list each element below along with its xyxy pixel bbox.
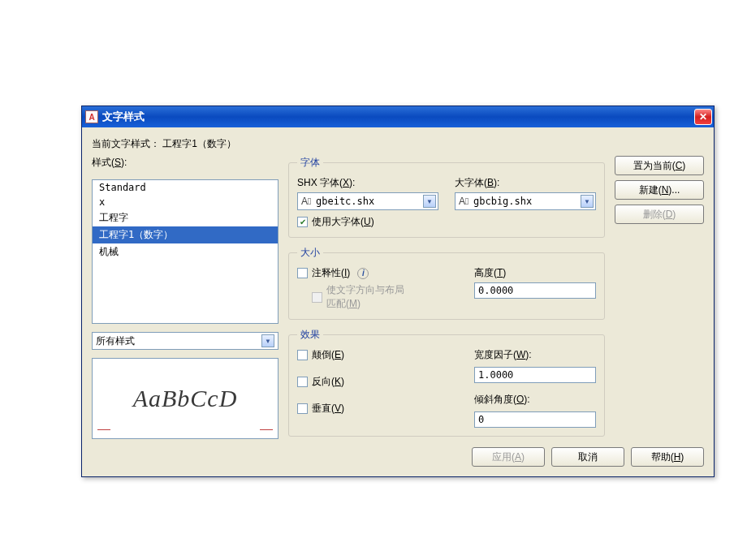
list-item[interactable]: x — [93, 195, 278, 209]
text-style-dialog: A 文字样式 ✕ 当前文字样式： 工程字1（数字） 样式(S): Standar… — [81, 106, 715, 477]
list-item[interactable]: 机械 — [93, 243, 278, 261]
cancel-button[interactable]: 取消 — [551, 447, 624, 467]
help-button[interactable]: 帮助(H) — [631, 447, 704, 467]
font-legend: 字体 — [297, 156, 323, 170]
dialog-footer: 应用(A) 取消 帮助(H) — [92, 447, 704, 467]
height-label: 高度(T) — [474, 266, 596, 280]
shx-font-value: gbeitc.shx — [316, 196, 420, 207]
size-group: 大小 注释性(I) i 使文字方向与布局匹配(M) — [288, 246, 605, 320]
style-filter-select[interactable]: 所有样式 ▼ — [92, 332, 279, 350]
orient-label: 使文字方向与布局匹配(M) — [326, 283, 404, 311]
backwards-label: 反向(K) — [312, 375, 344, 389]
new-button[interactable]: 新建(N)... — [615, 180, 704, 200]
vertical-checkbox[interactable] — [297, 403, 308, 414]
style-filter-value: 所有样式 — [96, 334, 135, 348]
font-icon: Aͫ — [301, 196, 313, 207]
upside-down-checkbox[interactable] — [297, 350, 308, 360]
font-group: 字体 SHX 字体(X): Aͫ gbeitc.shx ▼ 大字体(B): — [288, 156, 605, 238]
use-big-font-label: 使用大字体(U) — [312, 215, 374, 229]
delete-button: 删除(D) — [615, 205, 704, 224]
list-item[interactable]: Standard — [93, 180, 278, 195]
effects-group: 效果 颠倒(E) 反向(K) — [288, 328, 605, 437]
backwards-checkbox[interactable] — [297, 377, 308, 387]
preview-panel: AaBbCcD — [92, 358, 279, 439]
vertical-label: 垂直(V) — [312, 402, 344, 416]
list-item[interactable]: 工程字1（数字） — [93, 226, 278, 243]
effects-legend: 效果 — [297, 328, 323, 342]
set-current-button[interactable]: 置为当前(C) — [615, 156, 704, 175]
big-font-label: 大字体(B): — [455, 176, 596, 190]
annotative-checkbox[interactable] — [297, 268, 308, 278]
list-item[interactable]: 工程字 — [93, 209, 278, 226]
chevron-down-icon: ▼ — [261, 334, 274, 347]
app-icon: A — [85, 110, 98, 123]
close-button[interactable]: ✕ — [694, 109, 712, 125]
dialog-body: 当前文字样式： 工程字1（数字） 样式(S): Standardx工程字工程字1… — [82, 127, 714, 476]
width-factor-label: 宽度因子(W): — [474, 348, 596, 362]
upside-down-label: 颠倒(E) — [312, 348, 344, 362]
orient-checkbox — [312, 292, 322, 303]
big-font-value: gbcbig.shx — [473, 196, 577, 207]
oblique-angle-input[interactable]: 0 — [474, 411, 596, 428]
current-style-value: 工程字1（数字） — [162, 138, 236, 149]
shx-font-combo[interactable]: Aͫ gbeitc.shx ▼ — [297, 192, 438, 210]
chevron-down-icon: ▼ — [581, 195, 594, 208]
shx-font-label: SHX 字体(X): — [297, 176, 438, 190]
current-style-line: 当前文字样式： 工程字1（数字） — [92, 137, 704, 151]
oblique-angle-label: 倾斜角度(O): — [474, 393, 596, 407]
chevron-down-icon: ▼ — [423, 195, 436, 208]
current-style-label: 当前文字样式： — [92, 138, 160, 149]
info-icon[interactable]: i — [357, 268, 369, 279]
big-font-combo[interactable]: Aͫ gbcbig.shx ▼ — [455, 192, 596, 210]
size-legend: 大小 — [297, 246, 323, 260]
annotative-label: 注释性(I) — [312, 266, 350, 280]
titlebar[interactable]: A 文字样式 ✕ — [82, 106, 714, 127]
width-factor-input[interactable]: 1.0000 — [474, 367, 596, 383]
apply-button: 应用(A) — [472, 447, 545, 467]
window-title: 文字样式 — [102, 110, 694, 124]
styles-label: 样式(S): — [92, 156, 279, 170]
styles-listbox[interactable]: Standardx工程字工程字1（数字）机械 — [92, 179, 279, 324]
font-icon: Aͫ — [459, 196, 470, 207]
preview-text: AaBbCcD — [133, 385, 238, 412]
height-input[interactable]: 0.0000 — [474, 282, 596, 299]
use-big-font-checkbox[interactable]: ✔ — [297, 217, 308, 227]
